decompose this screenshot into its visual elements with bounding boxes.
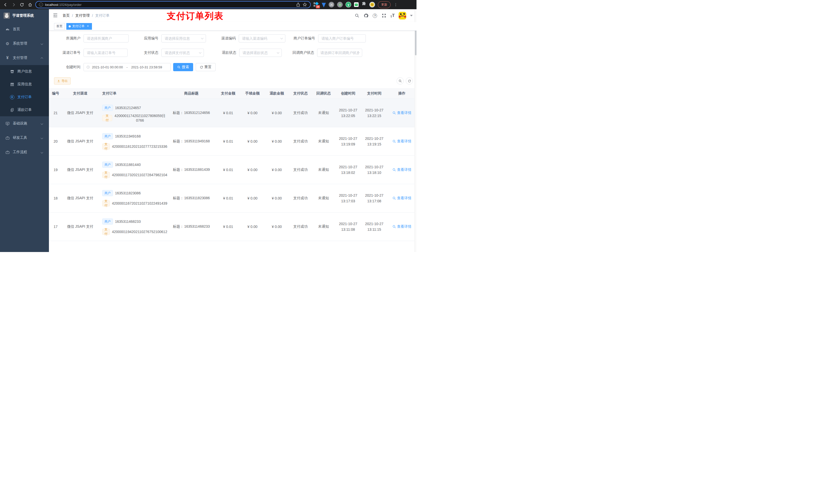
reset-button[interactable]: 重置 <box>196 63 216 71</box>
breadcrumb-home[interactable]: 首页 <box>63 13 70 18</box>
page-annotation: 支付订单列表 <box>167 10 223 22</box>
breadcrumb-pay-management[interactable]: 支付管理 <box>75 13 90 18</box>
merchant-tag: 商户 <box>102 162 113 168</box>
app-select[interactable] <box>161 34 206 43</box>
view-detail-link[interactable]: 查看详情 <box>392 224 411 229</box>
export-button[interactable]: 导出 <box>54 77 71 85</box>
site-info-icon[interactable]: i <box>39 3 43 7</box>
extension-badge: 10 <box>316 5 320 8</box>
sidebar-item-app-info[interactable]: 应用信息 <box>0 78 49 91</box>
emoji-extension-icon[interactable] <box>370 2 375 7</box>
browser-update-button[interactable]: 更新 <box>378 1 390 8</box>
tags-bar: 首页 支付订单 × <box>49 22 416 31</box>
sidebar-item-home[interactable]: 首页 <box>0 22 49 37</box>
sidebar-item-workflow[interactable]: 工作流程 <box>0 145 49 159</box>
tab-manager-extension-icon[interactable]: 10 <box>313 2 319 7</box>
sidebar-item-refund-order[interactable]: 退款订单 <box>0 103 49 116</box>
refresh-table-icon[interactable] <box>406 77 413 85</box>
forward-icon[interactable] <box>11 2 16 7</box>
table-row: 商户1635311251726 <box>49 241 416 252</box>
filter-row-1: 所属商户 应用编号 渠道编码 商户订单编号 <box>54 34 416 43</box>
chevron-up-icon <box>41 57 43 60</box>
merchant-input[interactable] <box>84 34 128 43</box>
font-size-icon[interactable]: TT <box>390 13 395 18</box>
merchant-order-no-input[interactable] <box>318 34 366 43</box>
toggle-search-icon[interactable] <box>397 77 404 85</box>
table-tools <box>397 77 413 85</box>
view-detail-link[interactable]: 查看详情 <box>392 196 411 200</box>
refund-status-select[interactable] <box>239 49 282 57</box>
fullscreen-icon[interactable] <box>381 13 386 18</box>
search-icon <box>177 66 181 69</box>
bookmark-star-icon[interactable] <box>303 2 307 7</box>
pay-status-select[interactable] <box>161 49 204 57</box>
briefcase-icon <box>5 150 10 154</box>
app-logo-row: 芋道管理系统 <box>0 9 49 22</box>
sidebar-item-infra[interactable]: 基础设施 <box>0 116 49 130</box>
chat-extension-icon[interactable] <box>354 2 359 7</box>
sidebar-item-pay-order[interactable]: ¥ 支付订单 <box>0 91 49 103</box>
table-row: 21 微信 JSAPI 支付 商户1635312124657 支付4200001… <box>49 99 416 127</box>
table-row: 20 微信 JSAPI 支付 商户1635311949168 支付4200001… <box>49 127 416 156</box>
view-detail-link[interactable]: 查看详情 <box>392 111 411 115</box>
tag-pay-order[interactable]: 支付订单 × <box>66 23 92 30</box>
merchant-label: 所属商户 <box>54 36 84 41</box>
merchant-order-no-label: 商户订单编号 <box>285 36 318 41</box>
chevron-down-icon <box>41 137 43 139</box>
close-icon[interactable]: × <box>86 25 90 28</box>
sidebar-toggle-icon[interactable] <box>53 13 58 19</box>
puzzle-extensions-icon[interactable] <box>361 2 366 8</box>
sketch-extension-icon[interactable] <box>322 3 326 7</box>
share-icon[interactable] <box>296 2 301 7</box>
screen: i localhost:1024/pay/order 10 ⌘ y <box>0 0 416 252</box>
download-icon <box>57 79 60 82</box>
date-separator: - <box>125 65 129 69</box>
notify-status-select[interactable] <box>317 49 362 57</box>
browser-menu-icon[interactable]: ⋮ <box>394 3 398 7</box>
monitor-chart-icon <box>5 121 10 126</box>
active-dot <box>69 25 71 27</box>
home-icon[interactable] <box>27 2 33 7</box>
main-area: 首页 / 支付管理 / 支付订单 支付订单列表 ? <box>49 9 416 252</box>
breadcrumb-current: 支付订单 <box>95 13 110 18</box>
pay-tag: 支付 <box>102 143 110 149</box>
caret-down-icon[interactable] <box>410 15 413 16</box>
refresh-icon <box>200 66 203 69</box>
address-bar[interactable]: i localhost:1024/pay/order <box>35 1 311 8</box>
search-button[interactable]: 搜索 <box>173 63 193 71</box>
help-icon[interactable]: ? <box>373 13 378 18</box>
gear-icon: ⚙ <box>5 41 10 46</box>
github-icon[interactable] <box>363 13 368 18</box>
channel-code-select[interactable] <box>239 34 285 43</box>
table-row: 17 微信 JSAPI 支付 商户1635311468233 支付4200001… <box>49 213 416 241</box>
refund-status-label: 退款状态 <box>204 50 239 55</box>
scrollbar-track[interactable] <box>414 9 416 252</box>
reload-icon[interactable] <box>19 2 25 7</box>
document-icon <box>10 107 14 112</box>
create-time-label: 创建时间 <box>54 65 84 69</box>
date-range-input[interactable]: 2021-10-01 00:00:00 - 2021-10-31 23:59:5… <box>84 63 171 71</box>
tag-home[interactable]: 首页 <box>54 23 65 30</box>
sidebar-item-payment[interactable]: ¥ 支付管理 <box>0 51 49 65</box>
url-text: localhost:1024/pay/order <box>45 3 294 7</box>
avatar[interactable] <box>399 12 406 20</box>
view-detail-link[interactable]: 查看详情 <box>392 167 411 172</box>
view-detail-link[interactable]: 查看详情 <box>392 139 411 144</box>
sidebar-item-merchant-info[interactable]: 商户信息 <box>0 65 49 78</box>
search-icon <box>392 140 396 143</box>
recorder-extension-icon[interactable] <box>337 2 343 7</box>
notify-status-label: 回调商户状态 <box>282 50 317 55</box>
sidebar: 芋道管理系统 首页 ⚙ 系统管理 ¥ 支付管理 <box>0 9 49 252</box>
table-header: 编号 支付渠道 支付订单 商品标题 支付金额 手续金额 退款金额 支付状态 回调… <box>49 88 416 99</box>
sidebar-item-devtools[interactable]: 研发工具 <box>0 130 49 145</box>
command-extension-icon[interactable]: ⌘ <box>329 2 334 7</box>
y-extension-icon[interactable]: y <box>346 2 351 7</box>
back-icon[interactable] <box>3 2 8 7</box>
orders-table: 编号 支付渠道 支付订单 商品标题 支付金额 手续金额 退款金额 支付状态 回调… <box>49 88 416 252</box>
sidebar-item-system[interactable]: ⚙ 系统管理 <box>0 37 49 51</box>
chevron-down-icon <box>41 122 43 125</box>
filter-row-3: 创建时间 2021-10-01 00:00:00 - 2021-10-31 23… <box>54 63 416 71</box>
dashboard-icon <box>5 27 10 31</box>
channel-order-no-input[interactable] <box>84 49 127 57</box>
search-icon[interactable] <box>355 13 360 18</box>
